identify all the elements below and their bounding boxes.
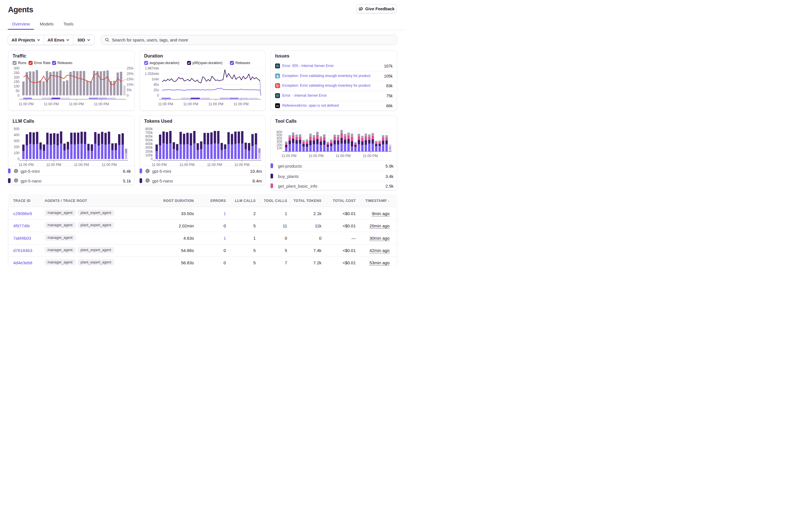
svg-text:11:00 PM: 11:00 PM (69, 102, 84, 106)
svg-text:11:00 PM: 11:00 PM (152, 163, 167, 167)
svg-text:500: 500 (14, 127, 19, 131)
svg-text:11:00 PM: 11:00 PM (46, 163, 61, 167)
svg-text:100: 100 (14, 85, 19, 88)
svg-text:10%: 10% (127, 83, 134, 87)
svg-text:200k: 200k (145, 149, 153, 153)
svg-text:500k: 500k (145, 138, 153, 142)
svg-text:20s: 20s (154, 88, 159, 92)
svg-text:300: 300 (14, 66, 19, 70)
svg-text:100: 100 (277, 146, 282, 150)
svg-text:1min: 1min (152, 77, 159, 81)
svg-text:11:00 PM: 11:00 PM (44, 102, 59, 106)
svg-text:200: 200 (14, 145, 19, 149)
svg-text:0: 0 (157, 93, 159, 97)
svg-text:0: 0 (127, 93, 129, 97)
svg-text:11:00 PM: 11:00 PM (183, 102, 198, 106)
svg-text:11:00 PM: 11:00 PM (309, 154, 324, 158)
svg-text:700k: 700k (145, 131, 153, 134)
svg-text:150: 150 (14, 80, 19, 84)
svg-text:11:00 PM: 11:00 PM (102, 163, 117, 167)
svg-text:11:00 PM: 11:00 PM (158, 102, 173, 106)
svg-text:400k: 400k (145, 142, 153, 146)
svg-text:11:00 PM: 11:00 PM (234, 102, 249, 106)
svg-text:11:00 PM: 11:00 PM (281, 154, 296, 158)
svg-text:11:00 PM: 11:00 PM (19, 163, 34, 167)
svg-text:50: 50 (16, 89, 20, 93)
svg-text:11:00 PM: 11:00 PM (94, 102, 109, 106)
svg-text:800k: 800k (145, 127, 153, 131)
svg-text:0: 0 (17, 157, 19, 161)
svg-text:11:00 PM: 11:00 PM (234, 163, 250, 167)
svg-text:20%: 20% (127, 72, 134, 76)
svg-text:100k: 100k (145, 153, 153, 157)
svg-text:11:00 PM: 11:00 PM (363, 154, 378, 158)
svg-text:1.667min: 1.667min (145, 66, 159, 70)
svg-text:0: 0 (151, 157, 153, 161)
svg-text:250: 250 (14, 71, 19, 75)
svg-text:5%: 5% (127, 88, 132, 92)
svg-text:ex: ex (276, 104, 279, 107)
svg-text:11:00 PM: 11:00 PM (209, 102, 224, 106)
svg-text:300: 300 (14, 139, 19, 143)
svg-text:15%: 15% (127, 77, 134, 81)
svg-text:11:00 PM: 11:00 PM (336, 154, 351, 158)
svg-text:300k: 300k (145, 146, 153, 150)
svg-text:0: 0 (17, 93, 19, 97)
svg-text:11:00 PM: 11:00 PM (19, 102, 34, 106)
svg-text:25%: 25% (127, 66, 134, 70)
svg-text:1.333min: 1.333min (145, 72, 159, 76)
svg-text:11:00 PM: 11:00 PM (180, 163, 195, 167)
svg-text:40s: 40s (154, 83, 159, 87)
svg-text:11:00 PM: 11:00 PM (207, 163, 222, 167)
svg-text:400: 400 (14, 133, 19, 137)
svg-text:11:00 PM: 11:00 PM (74, 163, 89, 167)
svg-text:200: 200 (14, 76, 19, 79)
svg-text:600k: 600k (145, 134, 153, 138)
svg-text:100: 100 (14, 151, 19, 155)
